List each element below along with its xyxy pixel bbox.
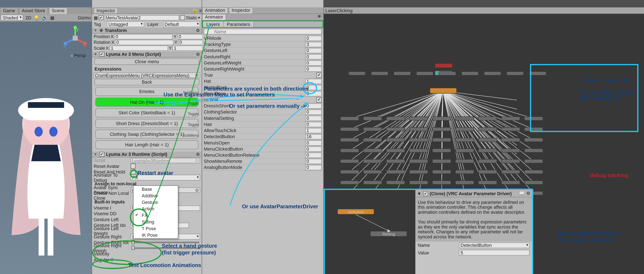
graph-node[interactable] bbox=[363, 170, 382, 174]
graph-node[interactable] bbox=[501, 138, 520, 142]
panel-lock-icon[interactable]: 🔒 bbox=[192, 8, 198, 13]
param-value-field[interactable] bbox=[305, 115, 322, 121]
av3menu-header[interactable]: ▼Lyuma Av 3 Menu (Script)⚙ bbox=[92, 51, 202, 57]
param-value-field[interactable] bbox=[305, 152, 322, 158]
eye-icon[interactable]: 👁 bbox=[316, 14, 323, 20]
gesture-right-idx-slider[interactable] bbox=[132, 242, 199, 243]
orientation-gizmo[interactable]: y x z bbox=[63, 26, 88, 51]
graph-node[interactable] bbox=[348, 71, 366, 75]
graph-node[interactable] bbox=[409, 127, 428, 131]
param-checkbox[interactable] bbox=[316, 97, 322, 102]
param-value-field[interactable] bbox=[305, 128, 322, 133]
param-value-field[interactable] bbox=[305, 165, 322, 170]
graph-node[interactable] bbox=[340, 180, 359, 184]
graph-node[interactable] bbox=[363, 138, 382, 142]
graph-node[interactable] bbox=[484, 71, 501, 75]
pd-name-dropdown[interactable]: DetectedButton bbox=[459, 242, 530, 248]
graph-node[interactable] bbox=[409, 170, 428, 174]
param-value-field[interactable] bbox=[305, 85, 322, 90]
graph-node[interactable] bbox=[363, 148, 382, 152]
menu-item-short-dress[interactable]: Short Dress (DressIsShort = 1)Toggle bbox=[95, 119, 198, 128]
scl-x[interactable] bbox=[110, 45, 168, 51]
graph-node[interactable] bbox=[455, 117, 474, 121]
param-row-menuclickedbutton[interactable]: MenuClickedButton bbox=[202, 146, 323, 152]
gameobject-active-checkbox[interactable] bbox=[98, 15, 103, 20]
scene-viewport[interactable]: y x z ≡ Persp bbox=[0, 22, 92, 274]
tab-game[interactable]: Game bbox=[0, 7, 18, 14]
expression-menu-field[interactable]: CrumExpressionMenu (VRCExpressionsMenu) bbox=[94, 72, 200, 78]
param-row-gestureleft[interactable]: GestureLeft bbox=[202, 48, 323, 54]
close-menu-button[interactable]: Close menu bbox=[94, 58, 199, 65]
graph-node[interactable] bbox=[478, 159, 497, 163]
graph-node[interactable] bbox=[455, 159, 474, 163]
graph-node[interactable] bbox=[386, 127, 405, 131]
menu-item-skirt-color[interactable]: Skirt Color (SkirtIsBlack = 1)Toggle bbox=[95, 108, 198, 117]
graph-node[interactable] bbox=[409, 159, 428, 163]
graph-node[interactable] bbox=[432, 138, 451, 142]
graph-node[interactable] bbox=[455, 148, 474, 152]
param-row-gestureright[interactable]: GestureRight bbox=[202, 54, 323, 60]
graph-node[interactable] bbox=[409, 148, 428, 152]
graph-node[interactable] bbox=[524, 170, 543, 174]
component-menu-icon[interactable]: ⚙ bbox=[196, 152, 200, 157]
parameters-tab[interactable]: Parameters bbox=[224, 21, 254, 27]
param-value-field[interactable] bbox=[305, 35, 322, 41]
graph-node[interactable] bbox=[506, 71, 524, 75]
param-value-field[interactable] bbox=[305, 134, 322, 139]
graph-node[interactable] bbox=[432, 180, 451, 184]
mode-2d-toggle[interactable]: 2D bbox=[26, 15, 31, 20]
param-row-showmenuremote[interactable]: ShowMenuRemote bbox=[202, 158, 323, 164]
graph-node[interactable] bbox=[386, 170, 405, 174]
param-row-skirtisblack[interactable]: SkirtIsBlack bbox=[202, 84, 323, 91]
param-row-trackingtype[interactable]: TrackingType bbox=[202, 41, 323, 48]
graph-node[interactable] bbox=[524, 138, 543, 142]
param-driver-enabled-checkbox[interactable] bbox=[423, 191, 428, 196]
popup-ikpose[interactable]: IK Pose bbox=[134, 232, 178, 238]
node-anystate[interactable] bbox=[435, 63, 453, 68]
graph-node[interactable] bbox=[416, 71, 434, 75]
graph-node[interactable] bbox=[340, 117, 359, 121]
param-value-field[interactable] bbox=[305, 54, 322, 59]
graph-node[interactable] bbox=[524, 148, 543, 152]
popup-sitting[interactable]: Sitting bbox=[134, 219, 178, 225]
param-value-field[interactable] bbox=[305, 48, 322, 53]
param-row-materialsetting[interactable]: MaterialSetting bbox=[202, 115, 323, 121]
graph-node[interactable] bbox=[386, 148, 405, 152]
graph-node[interactable] bbox=[478, 127, 497, 131]
popup-gesture[interactable]: Gesture bbox=[134, 199, 178, 206]
inspector-tab[interactable]: Inspector bbox=[94, 8, 118, 13]
param-value-field[interactable] bbox=[305, 103, 322, 109]
graph-node[interactable] bbox=[478, 170, 497, 174]
shading-dropdown[interactable]: Shaded bbox=[1, 15, 23, 20]
param-value-field[interactable] bbox=[305, 159, 322, 164]
tab-asset-store[interactable]: Asset Store bbox=[19, 7, 48, 14]
param-value-field[interactable] bbox=[305, 60, 322, 65]
gesture-right-weight-slider[interactable] bbox=[132, 247, 199, 249]
back-button[interactable]: Back bbox=[94, 79, 199, 85]
pos-x[interactable] bbox=[114, 34, 173, 39]
fx-icon[interactable]: ▦ bbox=[50, 15, 54, 20]
runtime-header[interactable]: ▼Lyuma Av 3 Runtime (Script)⚙ bbox=[92, 151, 202, 157]
param-value-field[interactable] bbox=[305, 146, 322, 151]
popup-tpose[interactable]: T Pose bbox=[134, 225, 178, 232]
graph-node[interactable] bbox=[340, 138, 359, 142]
param-value-field[interactable] bbox=[305, 91, 322, 96]
tab-animator[interactable]: Animator bbox=[202, 14, 226, 20]
graph-node[interactable] bbox=[363, 117, 382, 121]
param-row-islocal[interactable]: IsLocal bbox=[202, 97, 323, 103]
layer-dropdown[interactable]: Default bbox=[163, 21, 200, 27]
param-row-detectedbutton[interactable]: DetectedButton bbox=[202, 134, 323, 140]
graph-node[interactable] bbox=[432, 159, 451, 163]
graph-node[interactable] bbox=[363, 159, 382, 163]
graph-node[interactable] bbox=[501, 170, 520, 174]
param-checkbox[interactable] bbox=[316, 72, 322, 78]
transform-header[interactable]: ▼✥Transform⚙ bbox=[92, 27, 202, 34]
av3menu-enabled-checkbox[interactable] bbox=[99, 52, 104, 56]
graph-node[interactable] bbox=[478, 117, 497, 121]
graph-node[interactable] bbox=[409, 180, 428, 184]
graph-node[interactable] bbox=[386, 180, 405, 184]
param-search-input[interactable] bbox=[204, 29, 322, 34]
graph-node[interactable] bbox=[340, 159, 359, 163]
menu-item-hat-on[interactable]: Hat On (Hat = 1)Toggle bbox=[95, 98, 198, 107]
param-row-hair[interactable]: Hair bbox=[202, 121, 323, 128]
